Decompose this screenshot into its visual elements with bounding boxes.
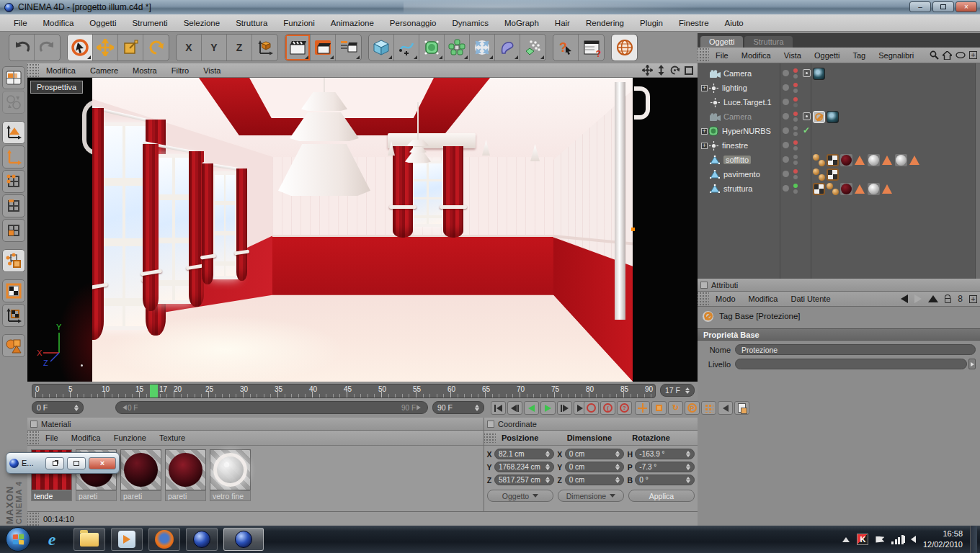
visibility-icon[interactable] [956, 52, 966, 58]
add-deformer-button[interactable] [495, 35, 520, 60]
attr-menu-modifica[interactable]: Modifica [742, 295, 785, 303]
viewport-canvas[interactable]: Prospettiva Y X Z [27, 78, 698, 382]
visibility-dot-editor[interactable] [793, 184, 798, 188]
home-icon[interactable] [943, 51, 952, 60]
rotate-tool-button[interactable] [143, 35, 169, 60]
livello-input[interactable] [735, 359, 967, 369]
online-updater-button[interactable] [612, 35, 637, 60]
vp-menu-mostra[interactable]: Mostra [125, 66, 164, 75]
menu-struttura[interactable]: Struttura [228, 19, 275, 27]
rot-p-field[interactable]: -7.3 ° [635, 462, 695, 472]
object-library-button[interactable] [2, 334, 25, 357]
taskbar-internet-explorer[interactable]: e [36, 528, 68, 551]
material-tag-white[interactable] [895, 154, 907, 166]
previous-frame-button[interactable] [507, 401, 522, 415]
camera-view-toggle[interactable] [803, 112, 811, 120]
object-row-soffitto[interactable]: soffitto [698, 153, 980, 167]
add-cube-button[interactable] [369, 35, 394, 60]
layer-dot[interactable] [783, 127, 789, 134]
range-left-arrow[interactable] [122, 405, 127, 410]
pos-z-field[interactable]: 5817.257 cm [494, 475, 554, 485]
object-axis-mode-button[interactable] [2, 145, 25, 168]
maximize-button[interactable] [932, 1, 954, 12]
object-row-hypernurbs[interactable]: + HyperNURBS ✓ [698, 124, 980, 138]
live-selection-button[interactable] [68, 35, 93, 60]
floating-window[interactable]: E... × [6, 452, 120, 474]
attr-grip[interactable] [698, 292, 709, 306]
new-window-icon[interactable]: + [969, 295, 977, 303]
expand-toggle[interactable]: + [701, 85, 708, 91]
mat-menu-modifica[interactable]: Modifica [65, 433, 107, 442]
visibility-dot-editor[interactable] [793, 126, 798, 130]
lock-x-button[interactable]: X [177, 35, 202, 60]
panel-pin-icon[interactable] [30, 421, 37, 428]
menu-finestre[interactable]: Finestre [671, 19, 717, 27]
selection-tag[interactable] [854, 183, 866, 195]
menu-selezione[interactable]: Selezione [176, 19, 228, 27]
viewport-grip[interactable] [27, 63, 39, 77]
action-center-icon[interactable] [876, 536, 884, 543]
menu-dynamics[interactable]: Dynamics [444, 19, 496, 27]
record-pla-toggle[interactable] [701, 401, 716, 415]
menu-oggetti[interactable]: Oggetti [81, 19, 124, 27]
coordinate-system-button[interactable] [252, 35, 277, 60]
mat-menu-funzione[interactable]: Funzione [107, 433, 153, 442]
section-proprieta-base[interactable]: Proprietà Base [698, 328, 980, 341]
search-icon[interactable] [930, 50, 939, 60]
visibility-dot-editor[interactable] [793, 169, 798, 174]
om-menu-oggetti[interactable]: Oggetti [808, 51, 846, 60]
object-row-lighting[interactable]: + lighting [698, 81, 980, 95]
taskbar-cinema4d-2-active[interactable] [223, 528, 264, 551]
vp-menu-vista[interactable]: Vista [196, 66, 228, 75]
menu-aiuto[interactable]: Aiuto [717, 19, 752, 27]
range-start-stepper[interactable] [74, 405, 79, 411]
mat-menu-file[interactable]: File [39, 433, 65, 442]
pan-view-icon[interactable] [642, 65, 653, 76]
render-menu-button[interactable] [336, 35, 361, 60]
vp-menu-filtro[interactable]: Filtro [164, 66, 196, 75]
rot-h-field[interactable]: -163.9 ° [635, 449, 695, 459]
object-row-luce-target[interactable]: Luce.Target.1 [698, 95, 980, 109]
floating-close-button[interactable]: × [89, 457, 116, 469]
vp-menu-camere[interactable]: Camere [83, 66, 125, 75]
coordinates-titlebar[interactable]: Coordinate [484, 418, 698, 431]
volume-icon[interactable] [911, 536, 916, 543]
tab-struttura[interactable]: Struttura [744, 36, 792, 48]
visibility-dot-render[interactable] [793, 74, 798, 78]
object-row-struttura[interactable]: struttura [698, 181, 980, 196]
material-pareti-2[interactable]: pareti [120, 449, 161, 504]
autokey-button[interactable]: ( [600, 401, 615, 415]
play-backward-button[interactable] [524, 401, 539, 415]
move-tool-button[interactable] [93, 35, 118, 60]
titlebar[interactable]: CINEMA 4D - [progetto illum.c4d *] – × [0, 0, 980, 14]
uvw-tag[interactable] [813, 183, 825, 195]
menu-mograph[interactable]: MoGraph [496, 19, 547, 27]
rot-b-field[interactable]: 0 ° [635, 475, 695, 485]
taskbar-firefox[interactable] [148, 528, 180, 551]
scale-tool-button[interactable] [118, 35, 143, 60]
add-environment-button[interactable] [520, 35, 545, 60]
livello-dropdown-button[interactable] [968, 359, 976, 369]
polygons-mode-button[interactable] [2, 219, 25, 242]
visibility-dot-editor[interactable] [793, 97, 798, 102]
selection-handle[interactable] [631, 228, 635, 231]
pos-y-field[interactable]: 1768.234 cm [494, 462, 554, 472]
floating-minimize-button[interactable] [67, 457, 86, 469]
visibility-dot-render[interactable] [793, 161, 798, 165]
render-settings-button[interactable] [311, 35, 336, 60]
visibility-dot-render[interactable] [793, 89, 798, 93]
content-browser-button[interactable]: ? [579, 35, 604, 60]
camera-tag[interactable] [813, 68, 825, 80]
frame-stepper[interactable] [685, 387, 690, 394]
material-tag-white[interactable] [868, 154, 880, 166]
range-end-field[interactable]: 90 F [432, 401, 484, 414]
dimensione-dropdown[interactable]: Dimensione [558, 490, 624, 502]
material-tag-white[interactable] [868, 183, 880, 195]
menu-hair[interactable]: Hair [547, 19, 578, 27]
goto-start-button[interactable] [491, 401, 506, 415]
camera-tag[interactable] [827, 111, 839, 123]
help-button[interactable]: ? [553, 35, 579, 60]
show-desktop-button[interactable] [970, 526, 977, 553]
layer-dot[interactable] [783, 113, 789, 120]
keyframe-selection-button[interactable]: ? [617, 401, 632, 415]
